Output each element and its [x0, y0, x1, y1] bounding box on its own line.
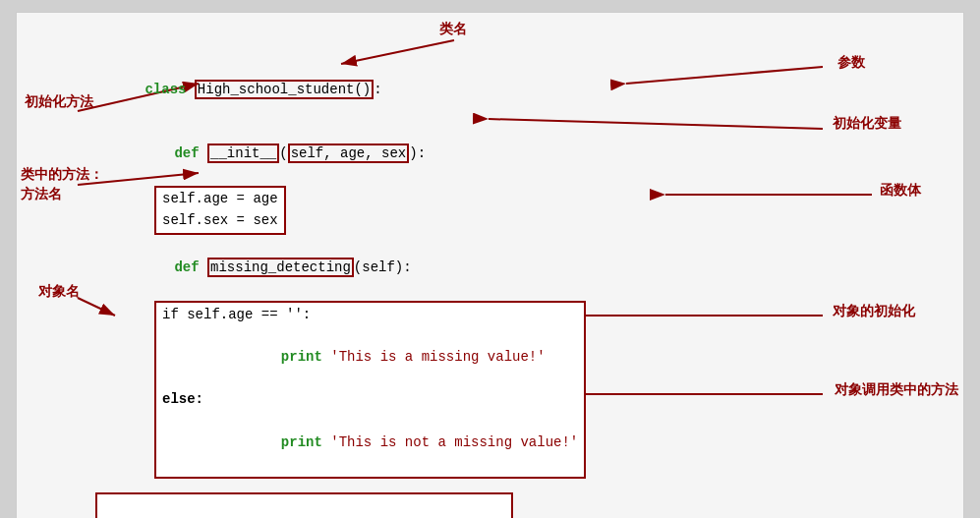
keyword-else: else:: [162, 391, 203, 407]
code-line-2: def __init__(self, age, sex):: [95, 122, 944, 186]
code-line-9: print 'This is not a missing value!': [162, 411, 578, 475]
code-line-3: self.age = age: [162, 189, 278, 210]
keyword-def-2: def: [174, 259, 207, 275]
code-line-8: else:: [162, 389, 578, 411]
keyword-print-2: print: [248, 434, 330, 450]
code-line-10: student1 = High_school_student('17','M'): [103, 496, 505, 518]
keyword-def-1: def: [174, 145, 207, 161]
keyword-class: class: [144, 82, 194, 97]
obj-init-block: student1 = High_school_student('17','M')…: [95, 492, 513, 518]
main-container: 类名 参数 初始化变量 初始化方法 类中的方法：方法名 函数体 对象名 对象的初…: [16, 12, 964, 518]
str-1: 'This is a missing value!': [330, 349, 545, 365]
code-line-4: self.sex = sex: [162, 210, 278, 232]
code-line-1: class High_school_student():: [95, 58, 944, 122]
keyword-print-1: print: [248, 349, 330, 365]
method-box: missing_detecting: [207, 258, 354, 277]
func-body-block: if self.age == '': print 'This is a miss…: [154, 301, 586, 480]
classname-box: High_school_student(): [195, 80, 374, 99]
label-class-name: 类名: [439, 21, 467, 38]
init-box: __init__: [207, 144, 279, 163]
init-vars-block: self.age = age self.sex = sex: [154, 186, 286, 234]
code-line-7: print 'This is a missing value!': [162, 325, 578, 389]
code-area: class High_school_student(): def __init_…: [36, 58, 944, 518]
params-box: self, age, sex: [288, 144, 410, 163]
str-2: 'This is not a missing value!': [330, 434, 578, 450]
code-line-6: if self.age == '':: [162, 305, 578, 326]
code-line-5: def missing_detecting(self):: [95, 237, 944, 301]
